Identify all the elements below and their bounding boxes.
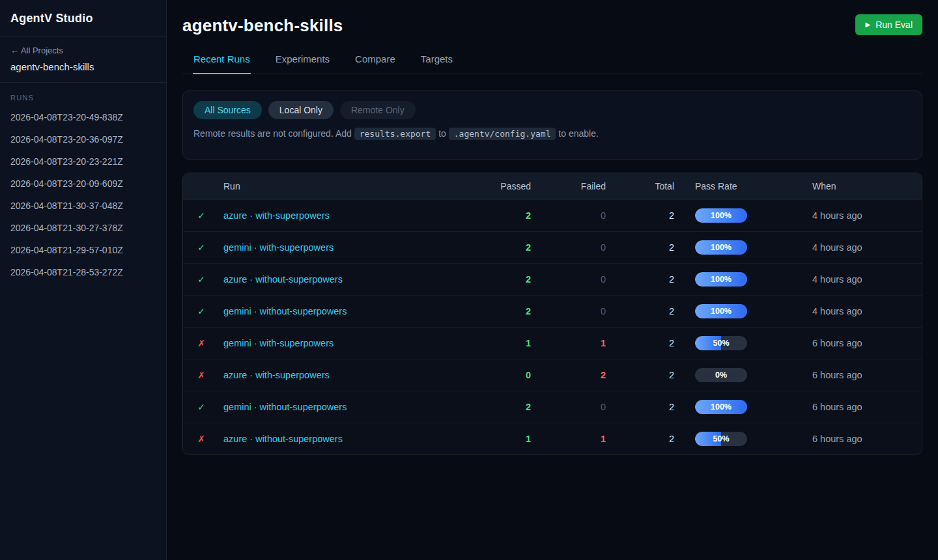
run-name-link[interactable]: azure · without-superpowers xyxy=(223,434,343,444)
run-when: 6 hours ago xyxy=(791,370,922,380)
all-projects-back-link[interactable]: ← All Projects xyxy=(10,46,156,55)
pass-rate-label: 50% xyxy=(695,336,747,350)
notice-middle: to xyxy=(436,128,448,139)
check-icon: ✓ xyxy=(183,402,220,412)
sidebar-run-item[interactable]: 2026-04-08T23-20-36-097Z xyxy=(0,128,166,150)
total-count: 2 xyxy=(606,210,674,221)
total-count: 2 xyxy=(606,242,674,253)
table-row: ✗ azure · without-superpowers 1 1 2 50% … xyxy=(183,423,922,455)
col-header-failed: Failed xyxy=(531,181,606,191)
sidebar-run-item[interactable]: 2026-04-08T23-20-09-609Z xyxy=(0,173,166,195)
total-count: 2 xyxy=(606,306,674,316)
sidebar-run-item[interactable]: 2026-04-08T21-30-27-378Z xyxy=(0,217,166,239)
tab-targets[interactable]: Targets xyxy=(420,53,453,74)
passed-count: 1 xyxy=(453,434,531,444)
run-when: 4 hours ago xyxy=(791,210,922,221)
run-when: 4 hours ago xyxy=(791,306,922,316)
total-count: 2 xyxy=(606,434,674,444)
failed-count: 1 xyxy=(531,338,606,348)
runs-table: Run Passed Failed Total Pass Rate When ✓… xyxy=(182,173,922,455)
check-icon: ✓ xyxy=(183,210,220,221)
run-name-link[interactable]: gemini · with-superpowers xyxy=(223,242,334,253)
total-count: 2 xyxy=(606,274,674,285)
pass-rate-label: 100% xyxy=(695,304,747,318)
run-eval-button[interactable]: ▶ Run Eval xyxy=(855,14,922,35)
run-name-link[interactable]: azure · with-superpowers xyxy=(223,210,330,221)
runs-section-label: RUNS xyxy=(0,83,166,106)
sidebar: AgentV Studio ← All Projects agentv-benc… xyxy=(0,0,167,560)
run-eval-label: Run Eval xyxy=(875,20,913,30)
pass-rate-label: 0% xyxy=(695,368,747,382)
pass-rate-badge: 100% xyxy=(695,240,747,255)
table-row: ✓ gemini · without-superpowers 2 0 2 100… xyxy=(183,391,922,423)
failed-count: 0 xyxy=(531,274,606,285)
failed-count: 0 xyxy=(531,210,606,221)
passed-count: 1 xyxy=(453,338,531,348)
source-filter-panel: All SourcesLocal OnlyRemote Only Remote … xyxy=(182,91,922,160)
run-name-link[interactable]: gemini · without-superpowers xyxy=(223,306,347,316)
col-header-total: Total xyxy=(606,181,674,191)
passed-count: 2 xyxy=(453,210,531,221)
pass-rate-badge: 100% xyxy=(695,272,747,287)
table-row: ✓ gemini · with-superpowers 2 0 2 100% 4… xyxy=(183,231,922,263)
sidebar-run-list: 2026-04-08T23-20-49-838Z2026-04-08T23-20… xyxy=(0,106,166,283)
table-row: ✓ azure · without-superpowers 2 0 2 100%… xyxy=(183,263,922,295)
failed-count: 0 xyxy=(531,242,606,253)
notice-suffix: to enable. xyxy=(556,128,598,139)
run-name-link[interactable]: gemini · with-superpowers xyxy=(223,338,334,348)
table-row: ✗ gemini · with-superpowers 1 1 2 50% 6 … xyxy=(183,327,922,359)
sidebar-run-item[interactable]: 2026-04-08T21-30-37-048Z xyxy=(0,195,166,217)
pass-rate-label: 100% xyxy=(695,272,747,287)
main-header: agentv-bench-skills ▶ Run Eval xyxy=(182,14,922,36)
filter-chips: All SourcesLocal OnlyRemote Only xyxy=(193,101,911,119)
sidebar-run-item[interactable]: 2026-04-08T23-20-49-838Z xyxy=(0,106,166,128)
tab-experiments[interactable]: Experiments xyxy=(275,53,330,74)
sidebar-run-item[interactable]: 2026-04-08T21-28-53-272Z xyxy=(0,261,166,283)
total-count: 2 xyxy=(606,402,674,412)
play-icon: ▶ xyxy=(865,21,870,28)
sidebar-run-item[interactable]: 2026-04-08T23-20-23-221Z xyxy=(0,150,166,173)
run-when: 6 hours ago xyxy=(791,338,922,348)
runs-table-body: ✓ azure · with-superpowers 2 0 2 100% 4 … xyxy=(183,199,922,455)
failed-count: 1 xyxy=(531,434,606,444)
table-row: ✗ azure · with-superpowers 0 2 2 0% 6 ho… xyxy=(183,359,922,391)
table-row: ✓ gemini · without-superpowers 2 0 2 100… xyxy=(183,295,922,327)
run-name-link[interactable]: azure · with-superpowers xyxy=(223,370,330,380)
pass-rate-badge: 0% xyxy=(695,368,747,382)
passed-count: 2 xyxy=(453,402,531,412)
tab-bar: Recent RunsExperimentsCompareTargets xyxy=(182,53,922,74)
passed-count: 2 xyxy=(453,306,531,316)
failed-count: 2 xyxy=(531,370,606,380)
app-title: AgentV Studio xyxy=(10,12,156,25)
filter-chip-all-sources[interactable]: All Sources xyxy=(193,101,262,119)
cross-icon: ✗ xyxy=(183,338,220,348)
sidebar-run-item[interactable]: 2026-04-08T21-29-57-010Z xyxy=(0,239,166,261)
passed-count: 2 xyxy=(453,242,531,253)
table-row: ✓ azure · with-superpowers 2 0 2 100% 4 … xyxy=(183,199,922,231)
tab-compare[interactable]: Compare xyxy=(354,53,396,74)
pass-rate-label: 100% xyxy=(695,208,747,223)
check-icon: ✓ xyxy=(183,242,220,253)
col-header-pass-rate: Pass Rate xyxy=(674,181,791,191)
filter-chip-remote-only: Remote Only xyxy=(340,101,416,119)
notice-prefix: Remote results are not configured. Add xyxy=(193,128,354,139)
run-name-link[interactable]: gemini · without-superpowers xyxy=(223,402,347,412)
pass-rate-label: 50% xyxy=(695,432,747,446)
run-name-link[interactable]: azure · without-superpowers xyxy=(223,274,343,285)
failed-count: 0 xyxy=(531,306,606,316)
total-count: 2 xyxy=(606,338,674,348)
project-block: ← All Projects agentv-bench-skills xyxy=(0,37,166,83)
sidebar-header: AgentV Studio xyxy=(0,0,166,37)
notice-code-config-yaml: .agentv/config.yaml xyxy=(449,128,556,140)
filter-chip-local-only[interactable]: Local Only xyxy=(268,101,334,119)
main-content: agentv-bench-skills ▶ Run Eval Recent Ru… xyxy=(167,0,938,471)
run-when: 6 hours ago xyxy=(791,402,922,412)
failed-count: 0 xyxy=(531,402,606,412)
pass-rate-badge: 50% xyxy=(695,336,747,350)
passed-count: 0 xyxy=(453,370,531,380)
col-header-run: Run xyxy=(220,181,453,191)
cross-icon: ✗ xyxy=(183,434,220,444)
pass-rate-label: 100% xyxy=(695,240,747,255)
remote-config-notice: Remote results are not configured. Add r… xyxy=(193,128,911,139)
tab-recent-runs[interactable]: Recent Runs xyxy=(193,53,251,74)
